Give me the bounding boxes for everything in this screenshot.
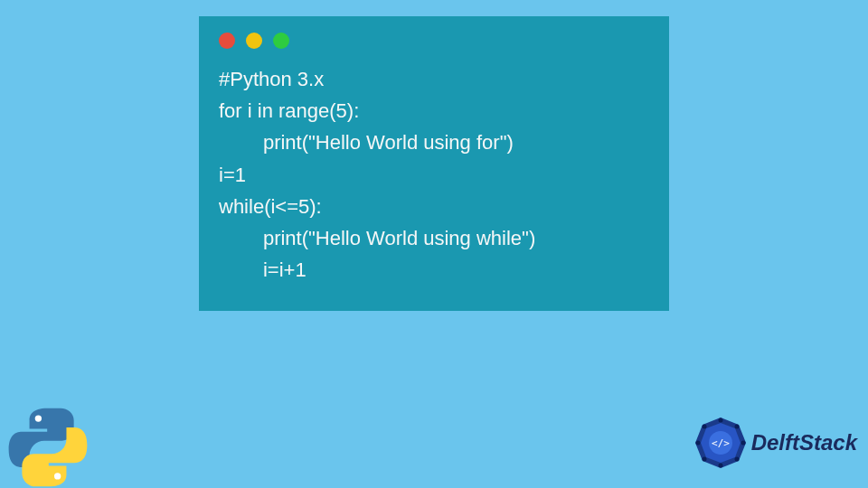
svg-point-8 [741, 441, 745, 446]
code-line: i=1 [219, 164, 246, 186]
code-line: i=i+1 [219, 258, 307, 281]
svg-point-9 [734, 457, 739, 462]
svg-point-6 [718, 418, 722, 423]
code-line: while(i<=5): [219, 195, 322, 218]
svg-point-1 [54, 473, 61, 479]
code-block: #Python 3.x for i in range(5): print("He… [219, 63, 649, 286]
close-icon [219, 33, 235, 49]
svg-point-12 [695, 441, 700, 446]
code-window: #Python 3.x for i in range(5): print("He… [199, 16, 669, 311]
minimize-icon [246, 33, 262, 49]
code-line: print("Hello World using for") [219, 131, 514, 154]
code-line: print("Hello World using while") [219, 227, 535, 249]
svg-point-0 [35, 415, 42, 421]
svg-point-11 [702, 457, 706, 462]
brand-name: DelftStack [751, 430, 857, 455]
delftstack-emblem-icon: </> [693, 416, 748, 470]
delftstack-logo: </> DelftStack [693, 416, 857, 470]
window-traffic-lights [219, 33, 649, 49]
svg-point-13 [702, 425, 706, 429]
svg-point-7 [734, 425, 739, 429]
code-line: #Python 3.x [219, 68, 324, 90]
code-line: for i in range(5): [219, 99, 359, 122]
svg-point-10 [718, 464, 722, 468]
svg-text:</>: </> [712, 437, 730, 449]
python-logo-icon [7, 407, 89, 488]
maximize-icon [273, 33, 289, 49]
